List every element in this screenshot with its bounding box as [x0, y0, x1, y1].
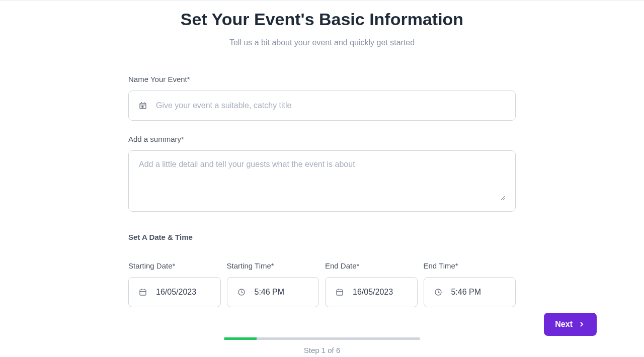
calendar-icon: [139, 102, 147, 110]
progress-label: Step 1 of 6: [224, 346, 420, 354]
svg-rect-12: [337, 290, 343, 295]
svg-line-18: [438, 292, 440, 293]
page-title: Set Your Event's Basic Information: [128, 10, 516, 29]
end-date-input[interactable]: [353, 288, 407, 297]
svg-rect-4: [142, 106, 143, 108]
end-time-input[interactable]: [451, 288, 506, 297]
starting-time-input[interactable]: [255, 288, 309, 297]
progress-fill: [224, 337, 257, 340]
summary-textarea[interactable]: [139, 160, 505, 200]
summary-label: Add a summary*: [128, 135, 516, 143]
clock-icon: [434, 288, 442, 296]
event-name-label: Name Your Event*: [128, 75, 516, 83]
calendar-icon: [336, 288, 344, 296]
clock-icon: [237, 288, 246, 296]
page-subtitle: Tell us a bit about your event and quick…: [128, 38, 516, 47]
next-button[interactable]: Next: [544, 313, 597, 336]
datetime-section-label: Set A Date & Time: [128, 233, 516, 241]
end-time-label: End Time*: [424, 261, 516, 270]
chevron-right-icon: [578, 320, 586, 328]
starting-time-label: Starting Time*: [227, 261, 319, 270]
svg-rect-5: [140, 290, 146, 295]
calendar-icon: [139, 288, 147, 296]
progress-bar: [224, 337, 420, 340]
end-date-label: End Date*: [325, 261, 418, 270]
next-button-label: Next: [555, 320, 573, 329]
svg-line-11: [242, 292, 243, 293]
starting-date-input[interactable]: [156, 288, 210, 297]
starting-date-label: Starting Date*: [128, 261, 221, 270]
event-name-input[interactable]: [156, 101, 505, 110]
